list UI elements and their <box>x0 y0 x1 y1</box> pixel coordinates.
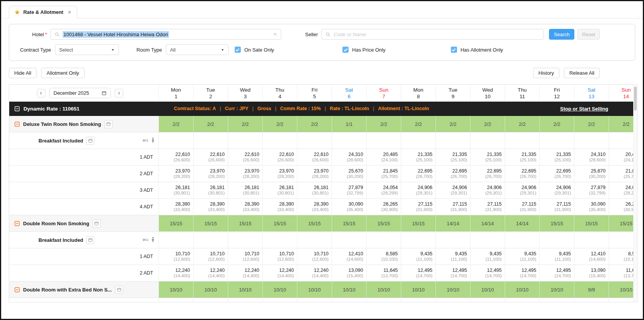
price-cell[interactable]: 27,115(31,900) <box>436 199 470 215</box>
hotel-search-input[interactable]: 1001468 - Vessel Hotel Hiroshima Heiwa O… <box>50 29 281 40</box>
allotment-cell[interactable]: 10/10 <box>436 281 470 298</box>
price-cell[interactable]: 21,335(25,100) <box>505 149 540 166</box>
price-cell[interactable]: 24,054(28,299) <box>367 182 401 199</box>
price-cell[interactable]: 30,090(35,400) <box>332 199 367 215</box>
allotment-cell[interactable]: 15/15 <box>194 215 228 232</box>
price-cell[interactable]: 27,115(31,900) <box>401 199 436 215</box>
allotment-cell[interactable]: 10/10 <box>470 281 505 298</box>
tab-rate-allotment[interactable]: ★ Rate & Allotment ✕ <box>9 6 77 18</box>
price-cell[interactable]: 12,240(14,400) <box>194 265 228 281</box>
price-cell[interactable]: 22,695(26,700) <box>401 166 436 182</box>
price-cell[interactable]: 12,240(14,400) <box>297 265 332 281</box>
price-cell[interactable]: 22,610(26,600) <box>159 149 194 166</box>
search-button[interactable]: Search <box>549 29 574 40</box>
price-cell[interactable]: 28,390(33,400) <box>297 199 332 215</box>
allotment-cell[interactable]: 2/2 <box>297 116 332 132</box>
allotment-cell[interactable]: 2/2 <box>470 116 505 132</box>
price-cell[interactable]: 13,090(15,400) <box>574 265 609 281</box>
price-cell[interactable]: 12,495(14,700) <box>401 265 436 281</box>
price-cell[interactable]: 26,181(30,801) <box>194 182 228 199</box>
price-cell[interactable]: 22,610(26,600) <box>297 149 332 166</box>
price-cell[interactable]: 23,970(28,200) <box>194 166 228 182</box>
allotment-cell[interactable]: 15/15 <box>297 215 332 232</box>
price-cell[interactable]: 24,906(29,301) <box>436 182 470 199</box>
allotment-cell[interactable]: 15/15 <box>540 215 574 232</box>
price-cell[interactable]: 9,435(11,100) <box>505 248 540 265</box>
price-cell[interactable]: 8,585(10,100) <box>367 248 401 265</box>
price-cell[interactable]: 10,710(12,600) <box>297 248 332 265</box>
close-icon[interactable]: ✕ <box>68 10 72 15</box>
room-calendar-button[interactable] <box>105 120 113 128</box>
price-cell[interactable]: 10,710(12,600) <box>159 248 194 265</box>
price-cell[interactable]: 10,710(12,600) <box>228 248 263 265</box>
price-cell[interactable]: 24,906(29,301) <box>540 182 574 199</box>
allotment-cell[interactable]: 2/2 <box>367 116 401 132</box>
allotment-cell[interactable]: 14/14 <box>436 215 470 232</box>
allotment-cell[interactable]: 10/10 <box>194 281 228 298</box>
price-cell[interactable]: 9,435(11,100) <box>401 248 436 265</box>
allotment-cell[interactable]: 1/1 <box>332 116 367 132</box>
allotment-cell[interactable]: 14/14 <box>505 215 540 232</box>
price-cell[interactable]: 22,695(26,700) <box>436 166 470 182</box>
minus-square-icon[interactable] <box>15 122 20 127</box>
allotment-cell[interactable]: 15/15 <box>159 215 194 232</box>
price-cell[interactable]: 24,310(28,600) <box>332 149 367 166</box>
allotment-cell[interactable]: 2/2 <box>574 116 609 132</box>
allotment-cell[interactable]: 15/15 <box>228 215 263 232</box>
allotment-cell[interactable]: 9/9 <box>574 281 609 298</box>
next-month-button[interactable] <box>115 89 123 97</box>
price-cell[interactable]: 22,695(26,700) <box>505 166 540 182</box>
price-cell[interactable]: 12,240(14,400) <box>228 265 263 281</box>
price-cell[interactable]: 23,970(28,200) <box>297 166 332 182</box>
price-cell[interactable]: 26,181(30,801) <box>228 182 263 199</box>
price-cell[interactable]: 9,435(11,100) <box>540 248 574 265</box>
allotment-cell[interactable]: 10/10 <box>367 281 401 298</box>
allotment-cell[interactable]: 10/10 <box>540 281 574 298</box>
price-cell[interactable]: 23,970(28,200) <box>159 166 194 182</box>
price-cell[interactable]: 24,310(28,600) <box>574 149 609 166</box>
price-cell[interactable]: 27,115(31,900) <box>540 199 574 215</box>
hide-all-button[interactable]: Hide All <box>9 68 37 78</box>
price-cell[interactable]: 12,495(14,700) <box>470 265 505 281</box>
contract-type-select[interactable]: Select ▼ <box>55 44 119 55</box>
allotment-cell[interactable]: 15/15 <box>574 215 609 232</box>
allotment-cell[interactable]: 2/2 <box>194 116 228 132</box>
minus-square-icon[interactable] <box>15 287 20 292</box>
allotment-cell[interactable]: 10/10 <box>332 281 367 298</box>
price-cell[interactable]: 21,845(25,700) <box>367 166 401 182</box>
allotment-cell[interactable]: 2/2 <box>228 116 263 132</box>
has-price-only-checkbox[interactable]: Has Price Only <box>342 47 385 53</box>
prev-month-button[interactable] <box>37 89 45 97</box>
price-cell[interactable]: 12,495(14,700) <box>436 265 470 281</box>
plan-calendar-button[interactable] <box>86 137 94 145</box>
price-cell[interactable]: 27,879(32,799) <box>574 182 609 199</box>
star-icon[interactable]: ★ <box>15 9 20 15</box>
price-cell[interactable]: 13,090(15,400) <box>332 265 367 281</box>
price-cell[interactable]: 21,335(25,100) <box>401 149 436 166</box>
price-cell[interactable]: 27,115(31,900) <box>470 199 505 215</box>
month-picker[interactable]: December 2025 <box>49 88 111 98</box>
reset-button[interactable]: Reset <box>577 29 600 40</box>
minus-square-icon[interactable] <box>15 106 20 111</box>
price-cell[interactable]: 22,610(26,600) <box>228 149 263 166</box>
price-cell[interactable]: 26,181(30,801) <box>159 182 194 199</box>
allotment-cell[interactable]: 2/2 <box>540 116 574 132</box>
seller-input[interactable] <box>334 32 539 37</box>
price-cell[interactable]: 12,495(14,700) <box>505 265 540 281</box>
history-button[interactable]: History <box>533 68 559 78</box>
allotment-cell[interactable]: 2/2 <box>159 116 194 132</box>
price-cell[interactable]: 22,695(26,700) <box>540 166 574 182</box>
price-cell[interactable]: 25,670(30,200) <box>332 166 367 182</box>
price-cell[interactable]: 27,115(31,900) <box>505 199 540 215</box>
allotment-only-button[interactable]: Allotment Only <box>41 68 85 78</box>
price-cell[interactable]: 22,610(26,600) <box>263 149 297 166</box>
price-cell[interactable]: 12,410(14,600) <box>332 248 367 265</box>
price-cell[interactable]: 12,410(14,600) <box>574 248 609 265</box>
price-cell[interactable]: 21,335(25,100) <box>470 149 505 166</box>
price-cell[interactable]: 21,335(25,100) <box>436 149 470 166</box>
allotment-cell[interactable]: 2/2 <box>263 116 297 132</box>
stop-start-selling-link[interactable]: Stop or Start Selling <box>560 106 608 112</box>
price-cell[interactable]: 24,906(29,301) <box>505 182 540 199</box>
price-cell[interactable]: 24,906(29,301) <box>401 182 436 199</box>
price-cell[interactable]: 30,090(35,400) <box>574 199 609 215</box>
